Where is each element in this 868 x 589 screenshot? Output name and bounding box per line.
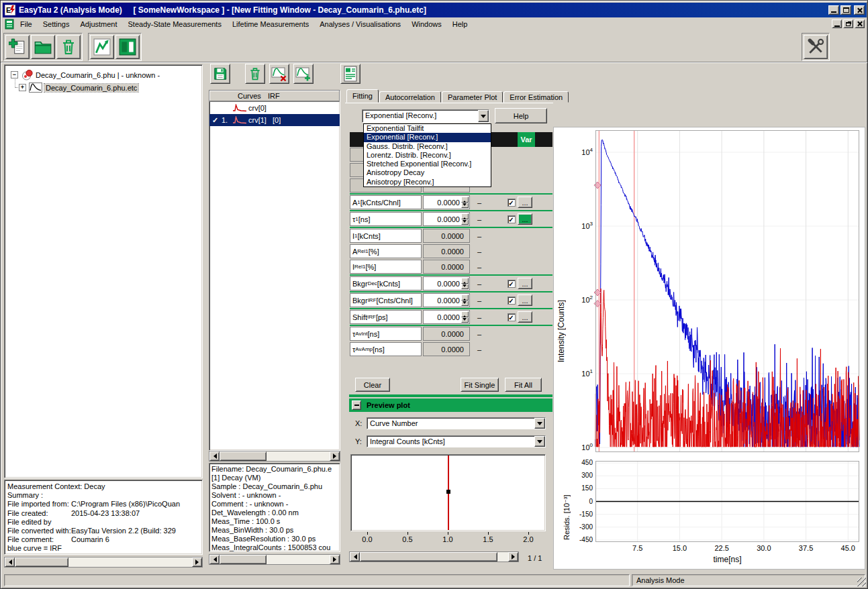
title-bar[interactable]: E EasyTau 2 (Analysis Mode) [ SomeNewWor…	[3, 3, 867, 17]
app-icon[interactable]: E	[5, 5, 15, 15]
scroll-track[interactable]	[497, 552, 508, 561]
curve-list-item[interactable]: ✓1.crv[1][0]	[209, 114, 340, 126]
scroll-right-button[interactable]	[330, 555, 340, 564]
resize-grip[interactable]	[857, 578, 866, 586]
curves-horizontal-scrollbar[interactable]	[209, 451, 340, 462]
scroll-track[interactable]	[68, 557, 192, 567]
param-options-button[interactable]: ...	[518, 213, 532, 225]
param-fit-checkbox[interactable]: ✓	[505, 280, 518, 288]
param-options-button[interactable]: ...	[518, 294, 532, 306]
preview-pager-scrollbar[interactable]	[349, 551, 519, 562]
tree-root-label[interactable]: Decay_Coumarin_6.phu | - unknown -	[36, 71, 160, 79]
tab-error-estimation[interactable]: Error Estimation	[503, 91, 569, 103]
value-spinner[interactable]	[461, 213, 469, 225]
model-option-anisotropy-reconv[interactable]: Anisotropy [Reconv.]	[364, 178, 491, 186]
delete-curve-button[interactable]	[245, 64, 265, 84]
curves-list[interactable]: Curves IRF crv[0]✓1.crv[1][0]	[209, 90, 340, 451]
tab-fitting[interactable]: Fitting	[346, 89, 379, 103]
param-fit-checkbox[interactable]: ✓	[505, 215, 518, 223]
scroll-right-button[interactable]	[192, 557, 202, 567]
clear-button[interactable]: Clear	[355, 378, 390, 392]
model-option-gauss-distrib-reconv[interactable]: Gauss. Distrib. [Reconv.]	[364, 142, 491, 151]
menu-analyses-visualisations[interactable]: Analyses / Visualisations	[314, 19, 406, 30]
tools-button[interactable]	[804, 35, 828, 59]
maximize-button[interactable]	[840, 5, 851, 15]
remove-curve-button[interactable]	[269, 64, 289, 84]
param-value-field[interactable]: 0.0000	[423, 310, 470, 324]
model-option-lorentz-distrib-reconv[interactable]: Lorentz. Distrib. [Reconv.]	[364, 151, 491, 160]
model-option-exponential-tailfit[interactable]: Exponential Tailfit	[364, 124, 491, 133]
curve-checkbox[interactable]: ✓	[212, 116, 222, 125]
help-button[interactable]: Help	[495, 108, 547, 123]
preview-plot-area[interactable]	[350, 454, 546, 531]
model-dropdown-list[interactable]: Exponential TailfitExponential [Reconv.]…	[363, 123, 491, 187]
param-value-field[interactable]: 0.0000	[423, 195, 470, 209]
save-curve-button[interactable]	[210, 64, 230, 84]
menu-lifetime-measurements[interactable]: Lifetime Measurements	[227, 19, 314, 30]
collapse-button[interactable]	[352, 400, 361, 410]
tab-autocorrelation[interactable]: Autocorrelation	[379, 91, 441, 103]
scroll-thumb[interactable]	[360, 552, 497, 561]
mdi-close-button[interactable]	[855, 19, 865, 28]
mdi-child-icon[interactable]	[4, 19, 15, 30]
mdi-restore-button[interactable]	[843, 19, 853, 28]
tab-parameter-plot[interactable]: Parameter Plot	[442, 91, 503, 103]
open-button[interactable]	[31, 35, 55, 59]
scroll-track[interactable]	[267, 555, 330, 564]
delete-button[interactable]	[56, 35, 81, 59]
preview-x-combobox[interactable]: Curve Number	[367, 417, 546, 429]
preview-y-combobox[interactable]: Integral Counts [kCnts]	[367, 435, 546, 447]
scroll-thumb[interactable]	[15, 557, 68, 567]
param-fit-checkbox[interactable]: ✓	[505, 313, 518, 321]
decay-plot-svg[interactable]	[595, 130, 859, 452]
model-option-stretched-exponential-reconv[interactable]: Stretched Exponential [Reconv.]	[364, 160, 491, 168]
add-curve-button[interactable]	[293, 64, 314, 84]
close-button[interactable]	[854, 5, 865, 15]
workspace-tree[interactable]: − Decay_Coumarin_6.phu | - unknown - + D…	[4, 64, 203, 478]
value-spinner[interactable]	[461, 278, 469, 289]
menu-settings[interactable]: Settings	[38, 19, 75, 30]
param-options-button[interactable]: ...	[518, 278, 532, 289]
fit-all-button[interactable]: Fit All	[505, 378, 542, 392]
report-button[interactable]	[340, 64, 360, 84]
param-options-button[interactable]: ...	[518, 197, 532, 208]
analysis-window-button[interactable]	[90, 35, 114, 59]
fit-single-button[interactable]: Fit Single	[461, 378, 499, 392]
param-value-field[interactable]: 0.0000	[423, 293, 470, 307]
residuals-plot-svg[interactable]	[595, 461, 859, 542]
tree-child-label[interactable]: Decay_Coumarin_6.phu.etc	[44, 84, 138, 92]
mdi-minimize-button[interactable]	[832, 19, 842, 28]
minimize-button[interactable]	[828, 5, 839, 15]
value-spinner[interactable]	[461, 294, 469, 306]
param-value-field[interactable]: 0.0000	[423, 212, 470, 226]
dropdown-arrow-icon[interactable]	[478, 110, 489, 122]
param-options-button[interactable]: ...	[518, 311, 532, 323]
curve-list-item[interactable]: crv[0]	[209, 102, 340, 114]
dropdown-arrow-icon[interactable]	[534, 418, 545, 429]
menu-adjustment[interactable]: Adjustment	[75, 19, 122, 30]
param-fit-checkbox[interactable]: ✓	[505, 297, 518, 305]
scroll-thumb[interactable]	[220, 555, 267, 564]
scroll-thumb[interactable]	[220, 451, 267, 461]
scroll-track[interactable]	[267, 451, 330, 461]
scroll-left-button[interactable]	[350, 552, 360, 561]
model-combobox[interactable]: Exponential [Reconv.]	[362, 109, 489, 123]
scroll-right-button[interactable]	[508, 552, 518, 561]
tree-horizontal-scrollbar[interactable]	[4, 557, 203, 568]
tree-expand-box[interactable]: +	[19, 84, 26, 91]
measurement-window-button[interactable]	[115, 35, 140, 59]
cursor-handle[interactable]	[594, 289, 601, 296]
scroll-left-button[interactable]	[5, 557, 15, 567]
model-option-exponential-reconv[interactable]: Exponential [Reconv.]	[364, 133, 491, 142]
menu-help[interactable]: Help	[447, 19, 473, 30]
tree-collapse-box[interactable]: −	[11, 71, 18, 78]
model-option-anisotropy-decay[interactable]: Anisotropy Decay	[364, 168, 491, 177]
scroll-right-button[interactable]	[330, 451, 340, 461]
new-analysis-button[interactable]	[5, 35, 30, 59]
value-spinner[interactable]	[461, 197, 469, 208]
scroll-left-button[interactable]	[209, 555, 220, 564]
dropdown-arrow-icon[interactable]	[534, 436, 545, 447]
curve-info-scrollbar[interactable]	[209, 554, 340, 565]
param-value-field[interactable]: 0.0000	[423, 276, 470, 290]
menu-windows[interactable]: Windows	[406, 19, 447, 30]
